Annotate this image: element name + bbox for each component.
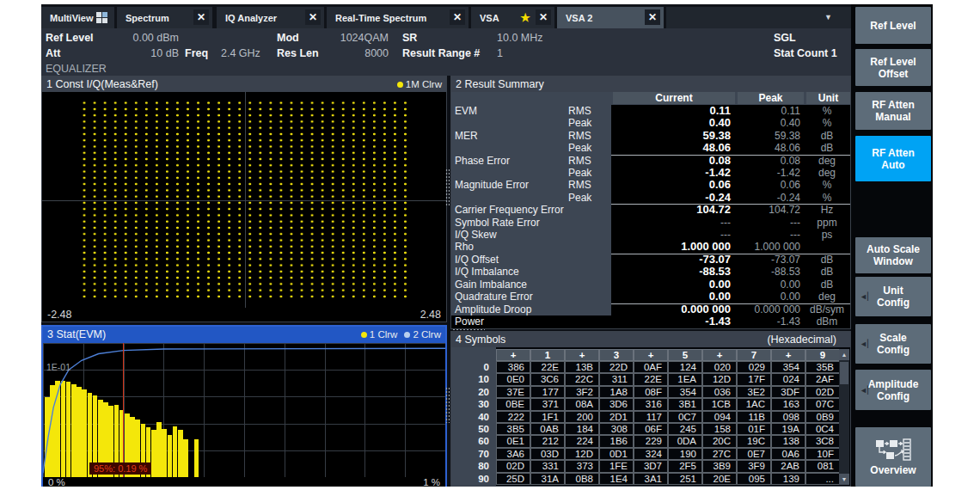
- scrollbar-thumb[interactable]: [840, 362, 848, 384]
- symbol-cell: 139: [771, 473, 805, 485]
- vertical-splitter-grip[interactable]: [445, 387, 450, 423]
- window3-trace-legend[interactable]: 1 Clrw2 Clrw: [354, 327, 441, 342]
- symbol-cell: 081: [805, 460, 840, 472]
- tab-strip-spacer: ▼: [666, 7, 851, 28]
- symbol-cell: 0C7: [668, 411, 702, 423]
- symbol-cell: 01F: [737, 423, 771, 435]
- symbols-row-label: 20: [451, 386, 489, 398]
- symbol-cell: 184: [565, 423, 599, 435]
- symbol-cell: 3F2: [565, 386, 599, 398]
- symbols-row: 100E03C622C31122E1EA12D17F0242AF: [451, 373, 840, 385]
- sr-value[interactable]: 10.0 MHz: [497, 32, 543, 44]
- tab-multiview[interactable]: MultiView: [41, 7, 114, 28]
- softkey-ref-level-offset[interactable]: Ref Level Offset: [855, 49, 931, 86]
- symbols-row-label: 30: [451, 398, 489, 410]
- softkey-rf-atten-auto[interactable]: RF Atten Auto: [855, 136, 931, 181]
- softkey-auto-scale-window[interactable]: Auto Scale Window: [855, 237, 931, 273]
- softkey-unit-config[interactable]: ◄▏Unit Config: [855, 277, 931, 316]
- tab-real-time-spectrum[interactable]: Real-Time Spectrum ✕: [327, 7, 469, 28]
- symbol-cell: 163: [771, 398, 805, 410]
- tab-iq-analyzer[interactable]: IQ Analyzer ✕: [217, 7, 324, 28]
- tab-spectrum[interactable]: Spectrum ✕: [117, 7, 212, 28]
- symbol-cell: 024: [771, 373, 805, 385]
- tab-vsa[interactable]: VSA ★ ✕: [471, 7, 554, 28]
- window3-title-bar[interactable]: 3 Stat(EVM) 1 Clrw2 Clrw: [43, 327, 445, 343]
- multiview-grid-icon: [96, 12, 107, 23]
- symbol-cell: 245: [668, 423, 702, 435]
- symbol-cell: 1EA: [668, 373, 702, 385]
- symbols-column-header: 3: [599, 349, 634, 361]
- vertical-splitter-grip[interactable]: [445, 168, 450, 206]
- scroll-down-icon[interactable]: ▼: [839, 474, 849, 485]
- constellation-points: [79, 100, 411, 300]
- res-len-value[interactable]: 8000: [299, 47, 389, 59]
- window1-trace-legend[interactable]: 1M Clrw: [390, 77, 442, 92]
- softkey-sidebar: Ref Level Ref Level Offset RF Atten Manu…: [851, 4, 933, 487]
- softkey-ref-level[interactable]: Ref Level: [855, 7, 931, 44]
- symbol-cell: 3B1: [668, 398, 702, 410]
- trace1-dot-icon: [397, 82, 403, 88]
- symbols-row: 703A603D12D0D132419027C0E70A610F: [451, 448, 840, 460]
- symbol-cell: 0B8: [565, 473, 599, 485]
- att-label[interactable]: Att: [46, 47, 60, 59]
- sweep-mode-sgl[interactable]: SGL: [774, 32, 796, 44]
- sr-label[interactable]: SR: [402, 32, 417, 44]
- window2-title: 2 Result Summary: [456, 77, 544, 92]
- constellation-plot: [42, 92, 446, 308]
- horizontal-splitter-grip[interactable]: [452, 328, 485, 332]
- freq-value[interactable]: 2.4 GHz: [221, 47, 260, 59]
- window4-title-bar[interactable]: 4 Symbols (Hexadecimal): [451, 332, 850, 347]
- chevron-down-icon[interactable]: ▼: [824, 13, 832, 21]
- symbol-cell: 17F: [737, 373, 771, 385]
- equalizer-label: EQUALIZER: [46, 63, 107, 75]
- softkey-label: Overview: [870, 464, 916, 476]
- symbol-cell: 22E: [530, 361, 565, 373]
- mod-label[interactable]: Mod: [277, 32, 299, 44]
- tab-vsa2-active[interactable]: VSA 2 ✕: [557, 7, 664, 28]
- freq-label[interactable]: Freq: [185, 47, 208, 59]
- ref-level-label[interactable]: Ref Level: [46, 32, 94, 44]
- tab-label: MultiView: [50, 13, 94, 23]
- window-result-summary: 2 Result Summary Current Peak Unit EVMRM…: [450, 76, 851, 329]
- channel-info-bar: Ref Level 0.00 dBm Mod 1024QAM SR 10.0 M…: [41, 28, 851, 76]
- symbol-cell: 3A6: [496, 448, 530, 460]
- close-icon[interactable]: ✕: [645, 9, 660, 25]
- tab-label: Real-Time Spectrum: [335, 13, 426, 23]
- softkey-scale-config[interactable]: ◄▏Scale Config: [855, 324, 931, 364]
- result-summary-row: Peak48.0648.06dB: [451, 142, 850, 154]
- scroll-up-icon[interactable]: ▲: [839, 349, 849, 360]
- softkey-amplitude-config[interactable]: ◄▏Amplitude Config: [855, 370, 931, 410]
- result-range-value[interactable]: 1: [497, 47, 503, 59]
- symbols-row: 402221F12002D11170C709411B0980B9: [451, 411, 840, 423]
- result-range-label[interactable]: Result Range #: [402, 47, 480, 59]
- symbol-cell: 02D: [496, 460, 530, 472]
- window1-x-axis: -2.48 2.48: [42, 308, 446, 322]
- softkey-overview[interactable]: Overview: [855, 427, 931, 487]
- symbols-scrollbar[interactable]: ▲ ▼: [839, 349, 849, 485]
- symbol-cell: 3D6: [599, 398, 634, 410]
- cumulative-curve: [43, 343, 445, 477]
- symbol-cell: 331: [530, 460, 565, 472]
- symbol-cell: 0C4: [805, 423, 840, 435]
- close-icon[interactable]: ✕: [305, 9, 321, 25]
- symbols-column-header: +: [771, 349, 805, 361]
- symbol-cell: 31A: [530, 473, 565, 485]
- softkey-rf-atten-manual[interactable]: RF Atten Manual: [855, 92, 931, 130]
- stat-count[interactable]: Stat Count 1: [774, 47, 837, 59]
- symbol-cell: 371: [530, 398, 565, 410]
- window1-title-bar[interactable]: 1 Const I/Q(Meas&Ref) 1M Clrw: [42, 77, 446, 92]
- symbol-cell: 0BE: [496, 398, 530, 410]
- symbol-cell: 19C: [737, 435, 771, 447]
- trace2-label: 2 Clrw: [413, 329, 441, 340]
- ref-level-value[interactable]: 0.00 dBm: [114, 32, 179, 44]
- mod-value[interactable]: 1024QAM: [299, 32, 389, 44]
- symbol-cell: 311: [599, 373, 634, 385]
- close-icon[interactable]: ✕: [450, 9, 465, 25]
- close-icon[interactable]: ✕: [536, 9, 551, 25]
- close-icon[interactable]: ✕: [193, 9, 209, 25]
- symbol-cell: 08A: [565, 398, 599, 410]
- att-value[interactable]: 10 dB: [114, 47, 179, 59]
- cumulative-polyline: [43, 348, 445, 473]
- window2-title-bar[interactable]: 2 Result Summary: [451, 77, 850, 92]
- symbols-column-header: +: [496, 349, 530, 361]
